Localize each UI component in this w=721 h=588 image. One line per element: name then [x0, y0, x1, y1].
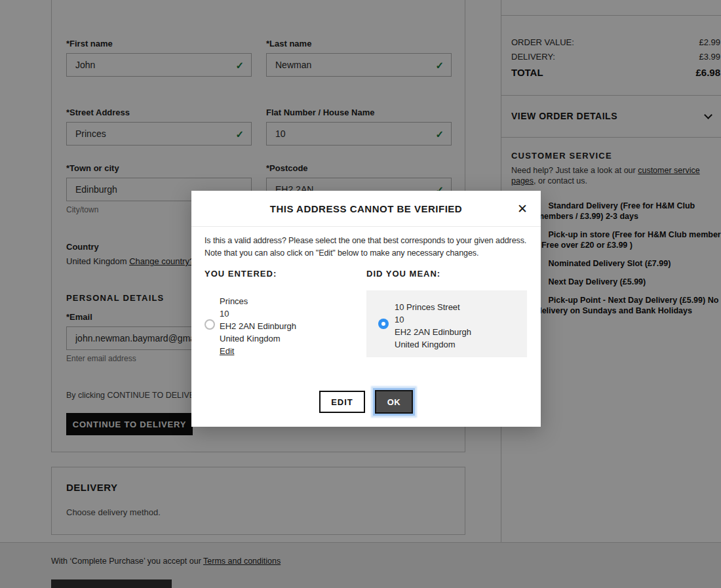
address-options: YOU ENTERED: Princes 10 EH2 2AN Edinburg… [205, 269, 528, 357]
address-line: 10 [395, 313, 527, 326]
you-entered-column: YOU ENTERED: Princes 10 EH2 2AN Edinburg… [205, 269, 366, 357]
address-line: EH2 2AN Edinburgh [220, 320, 366, 332]
dialog-title: THIS ADDRESS CANNOT BE VERIFIED [191, 191, 541, 227]
dialog-header: THIS ADDRESS CANNOT BE VERIFIED ✕ [191, 191, 541, 227]
did-you-mean-heading: DID YOU MEAN: [366, 269, 528, 279]
dialog-buttons: EDIT OK [191, 390, 541, 414]
suggested-address-radio-selected[interactable] [378, 319, 389, 329]
you-entered-heading: YOU ENTERED: [205, 269, 366, 279]
address-verification-dialog: THIS ADDRESS CANNOT BE VERIFIED ✕ Is thi… [191, 191, 541, 427]
entered-address-radio-unselected[interactable] [205, 319, 215, 330]
edit-button[interactable]: EDIT [319, 391, 365, 413]
dialog-intro-line-2: Note that you can also click on "Edit" b… [205, 247, 528, 260]
checkout-page: *First name ✓ *Last name ✓ *Street Addre… [0, 0, 721, 588]
radio-dot [381, 322, 385, 326]
address-line: United Kingdom [395, 338, 527, 351]
suggested-address-option[interactable]: 10 Princes Street 10 EH2 2AN Edinburgh U… [366, 290, 527, 357]
suggested-address-lines: 10 Princes Street 10 EH2 2AN Edinburgh U… [395, 301, 527, 351]
entered-address-lines: Princes 10 EH2 2AN Edinburgh United King… [220, 295, 366, 357]
address-line: United Kingdom [220, 332, 366, 345]
did-you-mean-column: DID YOU MEAN: 10 Princes Street 10 EH2 2… [366, 269, 528, 357]
dialog-intro-line-1: Is this a valid address? Please select t… [205, 235, 528, 247]
address-line: 10 Princes Street [395, 301, 527, 313]
dialog-intro: Is this a valid address? Please select t… [205, 235, 528, 260]
ok-button[interactable]: OK [375, 390, 413, 414]
edit-address-link[interactable]: Edit [220, 345, 234, 357]
entered-address-option[interactable]: Princes 10 EH2 2AN Edinburgh United King… [205, 295, 366, 357]
address-line: Princes [220, 295, 366, 307]
close-icon[interactable]: ✕ [517, 191, 528, 227]
address-line: 10 [220, 307, 366, 320]
address-line: EH2 2AN Edinburgh [395, 326, 527, 338]
